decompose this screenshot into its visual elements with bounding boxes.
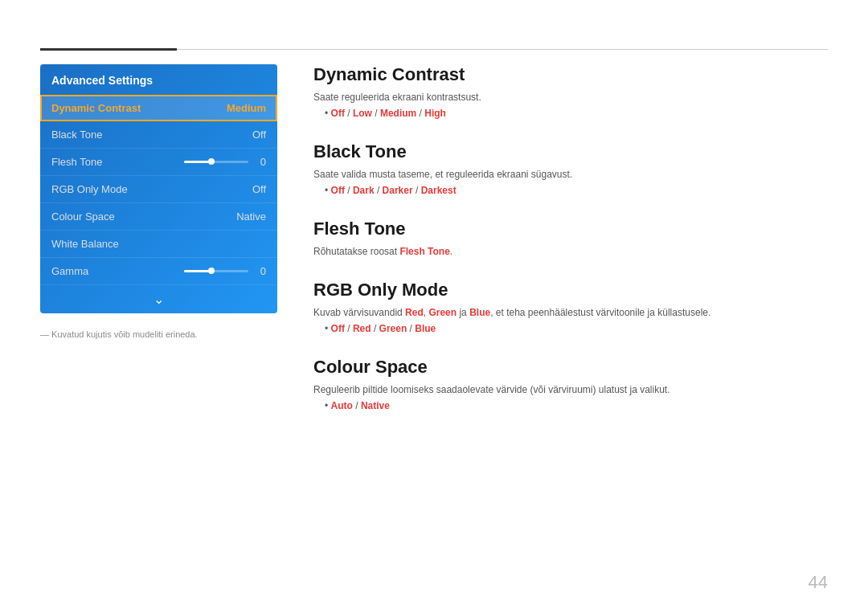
advanced-settings-menu: Advanced Settings Dynamic Contrast Mediu… [40,64,277,313]
flesh-tone-highlight: Flesh Tone [399,246,449,257]
option-dark-bt: Dark [353,185,375,196]
options-list-item-black-tone: Off / Dark / Darker / Darkest [325,185,828,196]
section-title-black-tone: Black Tone [313,141,828,162]
section-desc-flesh-tone: Rõhutatakse roosat Flesh Tone. [313,246,828,257]
panel-note: — Kuvatud kujutis võib mudeliti erineda. [40,329,277,339]
right-content: Dynamic Contrast Saate reguleerida ekraa… [313,64,828,573]
top-lines [40,48,828,51]
option-low-dc: Low [353,108,372,119]
flesh-tone-slider[interactable]: 0 [184,156,266,168]
menu-item-flesh-tone[interactable]: Flesh Tone 0 [40,149,277,176]
section-title-flesh-tone: Flesh Tone [313,219,828,239]
gamma-slider[interactable]: 0 [184,265,266,277]
option-darkest-bt: Darkest [421,185,457,196]
left-panel: Advanced Settings Dynamic Contrast Mediu… [40,64,277,339]
page-number: 44 [809,572,828,593]
menu-item-gamma[interactable]: Gamma 0 [40,258,277,285]
option-green-rgb: Green [379,323,407,334]
option-darker-bt: Darker [383,185,413,196]
section-options-black-tone: Off / Dark / Darker / Darkest [313,185,828,196]
options-list-item-colour-space: Auto / Native [325,400,828,411]
rgb-green-highlight: Green [428,307,457,318]
menu-item-black-tone[interactable]: Black Tone Off [40,121,277,149]
menu-item-rgb-only-mode[interactable]: RGB Only Mode Off [40,176,277,203]
top-line-light [177,49,828,50]
menu-item-white-balance[interactable]: White Balance [40,231,277,258]
section-rgb-only-mode: RGB Only Mode Kuvab värvisuvandid Red, G… [313,280,828,334]
options-list-item-dynamic-contrast: Off / Low / Medium / High [325,108,828,119]
option-red-rgb: Red [353,323,371,334]
menu-item-label-white-balance: White Balance [51,238,119,250]
menu-item-label-rgb: RGB Only Mode [51,183,128,195]
rgb-red-highlight: Red [405,307,424,318]
option-native-cs: Native [361,400,390,411]
section-dynamic-contrast: Dynamic Contrast Saate reguleerida ekraa… [313,64,828,119]
section-black-tone: Black Tone Saate valida musta taseme, et… [313,141,828,196]
menu-item-label-colour-space: Colour Space [51,210,115,223]
rgb-blue-highlight: Blue [469,307,490,318]
section-title-dynamic-contrast: Dynamic Contrast [313,64,828,85]
top-line-accent [40,48,177,51]
menu-item-dynamic-contrast[interactable]: Dynamic Contrast Medium [40,95,277,121]
section-title-rgb: RGB Only Mode [313,280,828,300]
panel-title: Advanced Settings [40,64,277,95]
menu-item-value-rgb: Off [252,183,266,195]
chevron-down-icon[interactable]: ⌄ [40,285,277,313]
option-medium-dc: Medium [380,108,416,119]
option-off-dc: Off [331,108,345,119]
menu-item-value-dynamic-contrast: Medium [227,102,266,114]
section-desc-rgb: Kuvab värvisuvandid Red, Green ja Blue, … [313,307,828,318]
menu-item-label-dynamic-contrast: Dynamic Contrast [51,102,141,114]
menu-item-label-gamma: Gamma [51,265,88,277]
option-off-bt: Off [331,185,345,196]
menu-item-value-colour-space: Native [236,210,266,223]
menu-item-label-black-tone: Black Tone [51,129,102,141]
flesh-tone-slider-bar [184,161,248,163]
section-desc-dynamic-contrast: Saate reguleerida ekraani kontrastsust. [313,92,828,103]
section-options-rgb: Off / Red / Green / Blue [313,323,828,334]
section-title-colour-space: Colour Space [313,357,828,378]
option-high-dc: High [424,108,446,119]
gamma-slider-thumb [208,268,215,274]
flesh-tone-slider-thumb [208,158,215,165]
menu-item-colour-space[interactable]: Colour Space Native [40,203,277,231]
option-blue-rgb: Blue [415,323,436,334]
section-colour-space: Colour Space Reguleerib piltide loomisek… [313,357,828,411]
menu-item-value-black-tone: Off [252,129,266,141]
gamma-slider-fill [184,270,210,272]
section-options-colour-space: Auto / Native [313,400,828,411]
menu-item-label-flesh-tone: Flesh Tone [51,156,102,168]
section-desc-black-tone: Saate valida musta taseme, et reguleerid… [313,169,828,180]
section-options-dynamic-contrast: Off / Low / Medium / High [313,108,828,119]
option-off-rgb: Off [331,323,345,334]
gamma-slider-bar [184,270,248,272]
section-flesh-tone: Flesh Tone Rõhutatakse roosat Flesh Tone… [313,219,828,257]
flesh-tone-slider-value: 0 [255,156,266,168]
gamma-slider-value: 0 [255,265,266,277]
options-list-item-rgb: Off / Red / Green / Blue [325,323,828,334]
section-desc-colour-space: Reguleerib piltide loomiseks saadaolevat… [313,384,828,395]
option-auto-cs: Auto [331,400,353,411]
flesh-tone-slider-fill [184,161,210,163]
